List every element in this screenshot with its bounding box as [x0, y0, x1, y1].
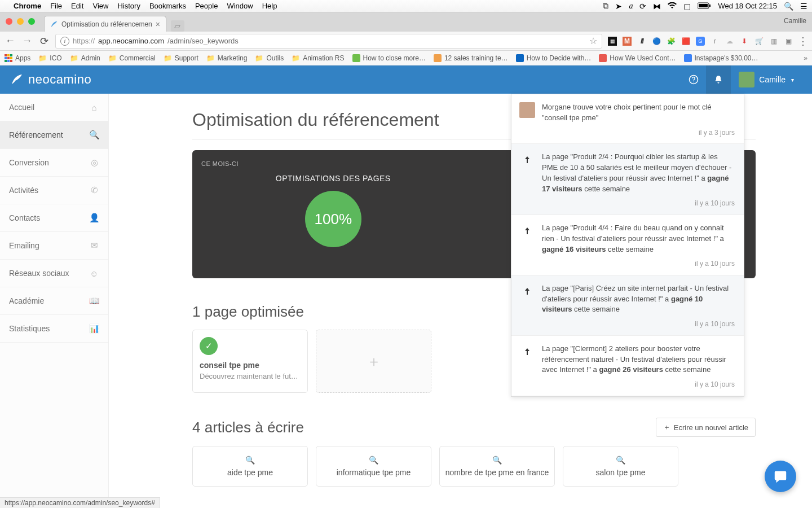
tab-close-icon[interactable]: ×: [156, 20, 160, 29]
ext-icon[interactable]: 🧩: [667, 37, 676, 46]
bookmark-label: Commercial: [120, 54, 156, 62]
spotlight-icon[interactable]: 🔍: [784, 2, 793, 11]
article-card[interactable]: 🔍aide tpe pme: [192, 446, 308, 487]
reload-button[interactable]: ⟳: [38, 35, 50, 47]
minimize-window-icon[interactable]: [17, 18, 24, 25]
bookmark-item[interactable]: How We Used Cont…: [599, 54, 676, 62]
bookmark-item[interactable]: 📁Outils: [255, 54, 284, 62]
sync-icon[interactable]: ⟳: [639, 2, 646, 11]
back-button[interactable]: ←: [5, 35, 16, 47]
metric-pages: OPTIMISATIONS DES PAGES 100%: [192, 163, 474, 268]
bookmarks-bar: Apps📁ICO📁Admin📁Commercial📁Support📁Market…: [0, 51, 812, 65]
bookmark-label: Marketing: [218, 54, 248, 62]
site-info-icon[interactable]: i: [60, 37, 69, 46]
sidebar-item-book[interactable]: Académie📖: [0, 287, 108, 315]
brand-logo[interactable]: neocamino: [10, 72, 91, 87]
svg-rect-10: [7, 60, 10, 62]
bookmark-item[interactable]: Apps: [5, 54, 30, 62]
sidebar-item-mail[interactable]: Emailing✉: [0, 232, 108, 260]
forward-button[interactable]: →: [21, 35, 33, 47]
bookmark-item[interactable]: 📁ICO: [38, 54, 61, 62]
ext-icon[interactable]: G: [696, 37, 705, 46]
ext-icon[interactable]: ///: [637, 37, 646, 46]
chrome-menu-icon[interactable]: ⋮: [798, 37, 807, 46]
sidebar-item-phone[interactable]: Activités✆: [0, 177, 108, 204]
sidebar-item-target[interactable]: Conversion◎: [0, 149, 108, 177]
sidebar-item-label: Accueil: [9, 103, 34, 112]
menu-edit[interactable]: Edit: [71, 2, 83, 10]
help-icon[interactable]: [681, 65, 706, 94]
ext-icon[interactable]: 🟥: [681, 37, 690, 46]
ext-icon[interactable]: ▥: [769, 37, 778, 46]
dropbox-icon[interactable]: ⧉: [603, 1, 608, 11]
ext-icon[interactable]: ⬇: [740, 37, 749, 46]
notification-item[interactable]: La page "Produit 4/4 : Faire du beau qua…: [511, 215, 744, 275]
window-controls[interactable]: [6, 18, 35, 25]
user-menu[interactable]: Camille ▾: [731, 72, 802, 87]
menu-bookmarks[interactable]: Bookmarks: [149, 2, 186, 10]
optimised-page-card[interactable]: ✓ conseil tpe pme Découvrez maintenant l…: [192, 330, 308, 393]
sidebar-item-user[interactable]: Contacts👤: [0, 204, 108, 232]
article-card[interactable]: 🔍salon tpe pme: [563, 446, 678, 487]
intercom-launcher[interactable]: [765, 461, 796, 492]
browser-profile[interactable]: Camille: [784, 17, 806, 25]
add-page-card[interactable]: ＋: [316, 330, 431, 393]
notification-item[interactable]: La page "[Clermont] 2 ateliers pour boos…: [511, 336, 744, 396]
sidebar-item-search[interactable]: Référencement🔍: [0, 121, 108, 149]
script-icon[interactable]: a: [629, 2, 633, 11]
bookmark-item[interactable]: 📁Animation RS: [292, 54, 344, 62]
ext-icon[interactable]: r: [710, 37, 720, 46]
menu-app[interactable]: Chrome: [14, 2, 41, 10]
menu-history[interactable]: History: [117, 2, 140, 10]
article-card[interactable]: 🔍nombre de tpe pme en france: [439, 446, 555, 487]
sidebar-item-home[interactable]: Accueil⌂: [0, 94, 108, 121]
sidebar-item-chart[interactable]: Statistiques📊: [0, 315, 108, 343]
bookmark-item[interactable]: 📁Marketing: [206, 54, 248, 62]
ext-icon[interactable]: 🔵: [652, 37, 661, 46]
airplay-icon[interactable]: ▢: [683, 2, 691, 11]
menu-help[interactable]: Help: [262, 2, 277, 10]
bookmark-star-icon[interactable]: ☆: [589, 36, 597, 46]
wifi-icon[interactable]: [668, 2, 677, 11]
menu-people[interactable]: People: [195, 2, 218, 10]
article-card[interactable]: 🔍informatique tpe pme: [316, 446, 431, 487]
page-card-desc: Découvrez maintenant le fut…: [200, 372, 301, 380]
bookmark-item[interactable]: How to close more…: [352, 54, 426, 62]
tab-strip: Optimisation du référencemen × ▱ Camille: [0, 12, 812, 32]
ext-icon[interactable]: ▣: [784, 37, 793, 46]
battery-icon[interactable]: [698, 2, 711, 11]
notifications-icon[interactable]: [706, 65, 731, 94]
bookmark-item[interactable]: How to Decide with…: [516, 54, 592, 62]
menu-view[interactable]: View: [92, 2, 108, 10]
ext-icon[interactable]: 🛒: [754, 37, 764, 46]
bookmark-item[interactable]: 📁Support: [164, 54, 198, 62]
notification-item[interactable]: Morgane trouve votre choix pertinent pou…: [511, 94, 744, 144]
menubar-clock[interactable]: Wed 18 Oct 22:15: [718, 2, 777, 10]
menu-extras-icon[interactable]: ☰: [800, 2, 807, 11]
ext-icon[interactable]: ☁: [725, 37, 734, 46]
close-window-icon[interactable]: [6, 18, 12, 25]
browser-tab[interactable]: Optimisation du référencemen ×: [44, 16, 166, 32]
bookmark-item[interactable]: 12 sales training te…: [434, 54, 508, 62]
notification-item[interactable]: La page "Produit 2/4 : Pourquoi cibler l…: [511, 144, 744, 215]
menu-file[interactable]: File: [50, 2, 62, 10]
notification-item[interactable]: La page "[Paris] Créez un site internet …: [511, 275, 744, 336]
write-article-button[interactable]: ＋ Ecrire un nouvel article: [656, 418, 756, 437]
streak-icon[interactable]: ➤: [615, 2, 622, 11]
ext-icon[interactable]: M: [623, 37, 632, 46]
sidebar-item-label: Activités: [9, 186, 38, 195]
bookmark-item[interactable]: 📁Admin: [70, 54, 100, 62]
new-tab-button[interactable]: ▱: [171, 20, 184, 32]
address-bar[interactable]: i https://app.neocamino.com/admin/seo_ke…: [55, 34, 602, 49]
bookmark-item[interactable]: 📁Commercial: [108, 54, 156, 62]
bluetooth-icon[interactable]: ⧓: [653, 2, 661, 11]
menu-window[interactable]: Window: [227, 2, 253, 10]
search-icon: 🔍: [89, 130, 99, 140]
up-arrow-icon: [519, 152, 535, 168]
bookmarks-overflow-icon[interactable]: »: [804, 54, 807, 62]
favicon-icon: [434, 54, 442, 62]
sidebar-item-smile[interactable]: Réseaux sociaux☺: [0, 260, 108, 287]
bookmark-item[interactable]: Instapage's $30,00…: [684, 54, 758, 62]
zoom-window-icon[interactable]: [28, 18, 35, 25]
ext-icon[interactable]: ▦: [608, 37, 617, 46]
